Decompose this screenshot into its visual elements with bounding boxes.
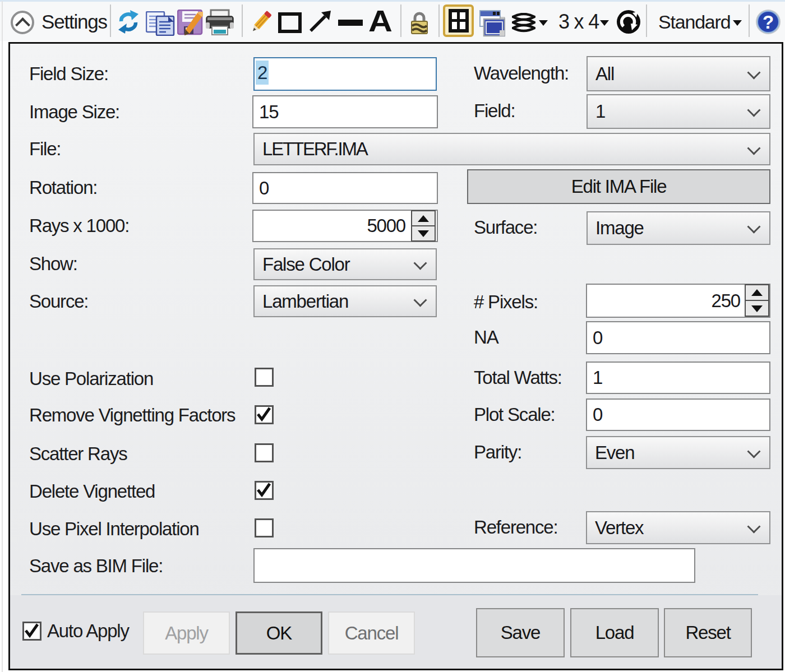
svg-text:?: ?	[763, 12, 774, 33]
